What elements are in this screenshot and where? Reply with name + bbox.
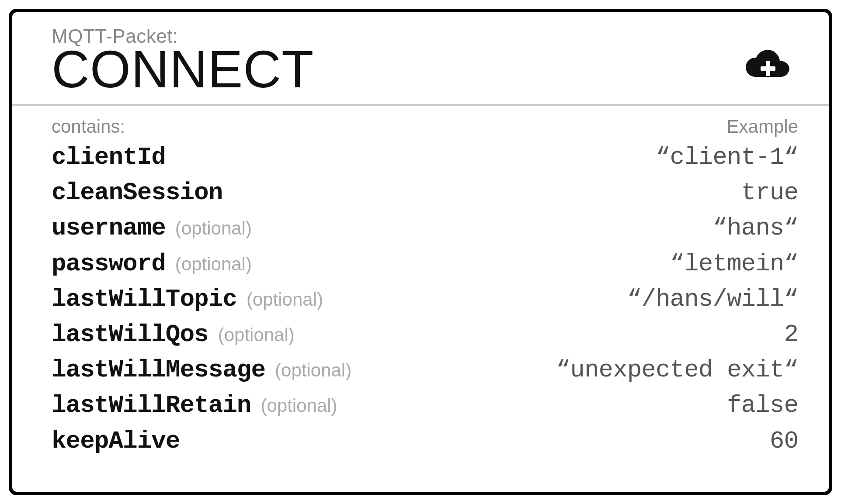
field-row: cleanSessiontrue [52, 175, 798, 211]
field-row: lastWillRetain(optional)false [52, 388, 798, 423]
cloud-plus-icon [737, 46, 794, 87]
optional-tag: (optional) [218, 322, 295, 349]
field-example: true [741, 175, 798, 211]
field-name: lastWillTopic [52, 282, 237, 317]
field-row: keepAlive60 [52, 424, 798, 459]
field-name: password [52, 246, 166, 282]
fields-list: clientId“client-1“cleanSessiontrueuserna… [52, 140, 798, 459]
field-example: “letmein“ [670, 246, 798, 282]
optional-tag: (optional) [261, 393, 337, 419]
optional-tag: (optional) [175, 251, 252, 278]
field-name: cleanSession [52, 175, 222, 211]
svg-rect-1 [761, 66, 775, 71]
field-left: cleanSession [52, 175, 222, 211]
field-name: lastWillRetain [52, 388, 251, 423]
field-row: password(optional)“letmein“ [52, 246, 798, 282]
card-body: contains: Example clientId“client-1“clea… [12, 106, 829, 468]
header-text: MQTT-Packet: CONNECT [52, 25, 314, 95]
body-labels: contains: Example [52, 116, 798, 137]
card-header: MQTT-Packet: CONNECT [12, 12, 829, 106]
contains-label: contains: [52, 116, 125, 137]
field-left: lastWillMessage(optional) [52, 352, 351, 388]
packet-name: CONNECT [52, 43, 314, 95]
optional-tag: (optional) [275, 357, 351, 384]
field-row: clientId“client-1“ [52, 140, 798, 175]
field-example: “client-1“ [656, 140, 798, 175]
field-left: lastWillQos(optional) [52, 317, 295, 352]
field-name: clientId [52, 140, 166, 175]
field-left: lastWillRetain(optional) [52, 388, 337, 423]
field-example: 60 [770, 424, 798, 459]
example-label: Example [727, 116, 798, 137]
packet-card: MQTT-Packet: CONNECT contains: Example c… [9, 9, 832, 495]
field-row: username(optional)“hans“ [52, 211, 798, 246]
field-left: password(optional) [52, 246, 252, 282]
field-left: username(optional) [52, 211, 252, 246]
field-name: lastWillMessage [52, 352, 265, 388]
optional-tag: (optional) [247, 287, 323, 313]
field-example: 2 [784, 317, 798, 352]
field-row: lastWillQos(optional)2 [52, 317, 798, 352]
field-left: keepAlive [52, 424, 180, 459]
field-example: “hans“ [712, 211, 798, 246]
field-left: clientId [52, 140, 166, 175]
field-row: lastWillMessage(optional)“unexpected exi… [52, 352, 798, 388]
optional-tag: (optional) [175, 215, 252, 242]
field-name: lastWillQos [52, 317, 209, 352]
field-name: username [52, 211, 166, 246]
field-name: keepAlive [52, 424, 180, 459]
field-example: “unexpected exit“ [556, 352, 798, 388]
field-left: lastWillTopic(optional) [52, 282, 323, 317]
field-row: lastWillTopic(optional)“/hans/will“ [52, 282, 798, 317]
field-example: false [727, 388, 798, 423]
field-example: “/hans/will“ [627, 282, 798, 317]
